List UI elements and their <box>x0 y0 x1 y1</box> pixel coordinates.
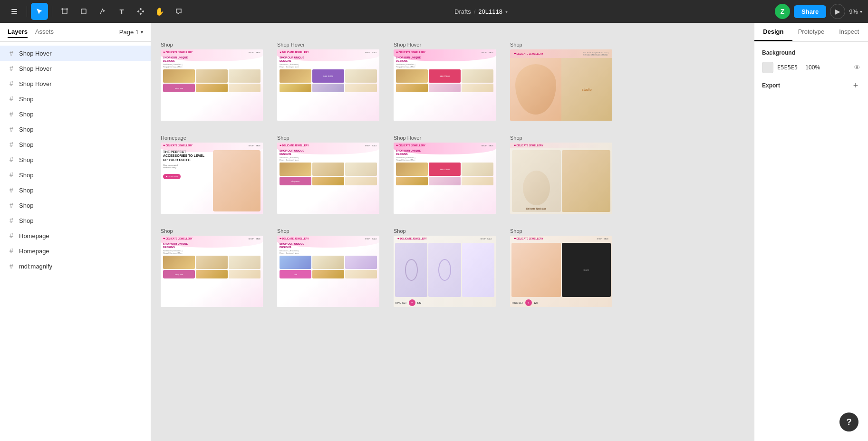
layer-item[interactable]: # Shop Hover <box>0 76 151 91</box>
frame-content[interactable]: ❤ DELICATE JEWELLERY NECKLACES | BRACELE… <box>510 49 612 121</box>
layer-item[interactable]: # Homepage <box>0 228 151 243</box>
layer-item[interactable]: # Shop <box>0 91 151 106</box>
layer-item[interactable]: # mdi:magnify <box>0 259 151 274</box>
frame-group[interactable]: Shop ❤ DELICATE JEWELLERY SHOPSALE Shop … <box>277 228 379 307</box>
frame-icon: # <box>8 186 15 194</box>
frame-label: Homepage <box>161 135 263 141</box>
select-tool-button[interactable] <box>31 3 48 20</box>
layer-item[interactable]: # Shop <box>0 213 151 228</box>
frame-icon: # <box>8 247 15 255</box>
layer-item[interactable]: # Shop Hover <box>0 61 151 76</box>
frame-content[interactable]: ❤ DELICATE JEWELLERY SHOPSALE Shop Our U… <box>394 143 496 214</box>
frame-content[interactable]: ❤ DELICATE JEWELLERY SHOPSALE Shop Our U… <box>277 236 379 307</box>
layer-item[interactable]: # Shop <box>0 198 151 213</box>
frame-group[interactable]: Shop Hover ❤ DELICATE JEWELLERY SHOPSALE… <box>394 135 496 214</box>
frame-group[interactable]: Shop ❤ DELICATE JEWELLERY Delicate Neckl… <box>510 135 612 214</box>
main-menu-button[interactable] <box>6 3 23 20</box>
frame-icon: # <box>8 95 15 103</box>
hand-tool-button[interactable]: ✋ <box>151 3 168 20</box>
frame-content[interactable]: ❤ DELICATE JEWELLERY SHOPSALE Shop Our U… <box>277 143 379 214</box>
frame-icon: # <box>8 125 15 133</box>
layer-item[interactable]: # Shop Hover <box>0 46 151 61</box>
background-opacity-value[interactable]: 100% <box>805 64 820 71</box>
frame-icon: # <box>8 171 15 179</box>
layer-item[interactable]: # Shop <box>0 106 151 122</box>
frame-group[interactable]: Shop ❤ DELICATE JEWELLERY SHOPSALE Shop … <box>161 42 263 121</box>
frame-icon: # <box>8 262 15 270</box>
frame-icon: # <box>8 217 15 224</box>
layer-item[interactable]: # Shop <box>0 137 151 152</box>
frame-group[interactable]: Shop Hover ❤ DELICATE JEWELLERY SHOPSALE… <box>394 42 496 121</box>
frame-content[interactable]: ❤ DELICATE JEWELLERY SHOPSALE Shop Our U… <box>161 49 263 121</box>
user-avatar[interactable]: Z <box>775 4 790 19</box>
visibility-toggle-icon[interactable]: 👁 <box>854 64 860 71</box>
frame-group[interactable]: Shop ❤ DELICATE JEWELLERY SHOPSALE RI <box>394 228 496 307</box>
add-export-button[interactable]: + <box>851 81 860 90</box>
frame-content[interactable]: ❤ DELICATE JEWELLERY Delicate Necklace <box>510 143 612 214</box>
comment-tool-button[interactable] <box>170 3 187 20</box>
layer-item[interactable]: # Homepage <box>0 243 151 259</box>
export-row: Export + <box>762 81 860 90</box>
background-hex-value[interactable]: E5E5E5 <box>777 64 798 71</box>
breadcrumb[interactable]: Drafts / 20L1118 ▾ <box>454 8 508 15</box>
help-button[interactable]: ? <box>839 412 858 431</box>
tab-design[interactable]: Design <box>754 23 792 41</box>
pen-tool-button[interactable] <box>94 3 111 20</box>
layer-name: Shop <box>19 187 33 194</box>
frame-content[interactable]: ❤ DELICATE JEWELLERY SHOPSALE RING SET ❤… <box>394 236 496 307</box>
layer-item[interactable]: # Shop <box>0 152 151 167</box>
toolbar-left: T ✋ <box>6 3 187 20</box>
frame-label: Shop <box>510 42 612 48</box>
svg-rect-11 <box>138 11 139 12</box>
text-tool-button[interactable]: T <box>113 3 130 20</box>
chevron-down-icon: ▾ <box>505 9 508 14</box>
frame-group[interactable]: Shop ❤ DELICATE JEWELLERY SHOPSALE Shop … <box>161 228 263 307</box>
layer-name: Shop <box>19 126 33 133</box>
frame-label: Shop Hover <box>277 42 379 48</box>
frame-group[interactable]: Homepage ❤ DELICATE JEWELLERY SHOPSALE T… <box>161 135 263 214</box>
layer-name: Shop <box>19 172 33 179</box>
layer-name: Homepage <box>19 248 49 255</box>
frame-label: Shop <box>510 135 612 141</box>
frame-content[interactable]: ❤ DELICATE JEWELLERY SHOPSALE Shop Our U… <box>394 49 496 121</box>
chevron-down-icon: ▾ <box>860 9 862 14</box>
svg-rect-10 <box>140 13 142 15</box>
shape-tool-button[interactable] <box>75 3 92 20</box>
chevron-down-icon: ▾ <box>141 29 143 35</box>
frames-container: Shop ❤ DELICATE JEWELLERY SHOPSALE Shop … <box>161 42 612 307</box>
left-panel: Layers Assets Page 1 ▾ # Shop Hover # Sh… <box>0 23 151 441</box>
frame-group[interactable]: Shop Hover ❤ DELICATE JEWELLERY SHOPSALE… <box>277 42 379 121</box>
frame-content[interactable]: ❤ DELICATE JEWELLERY SHOPSALE Shop Our U… <box>161 236 263 307</box>
tab-assets[interactable]: Assets <box>35 26 54 38</box>
frame-label: Shop Hover <box>394 42 496 48</box>
frame-content[interactable]: ❤ DELICATE JEWELLERY SHOPSALE black RING… <box>510 236 612 307</box>
svg-rect-0 <box>11 9 17 10</box>
frame-content[interactable]: ❤ DELICATE JEWELLERY SHOPSALE Shop Our U… <box>277 49 379 121</box>
background-color-swatch[interactable] <box>762 62 773 73</box>
breadcrumb-project: Drafts <box>454 8 471 15</box>
layer-name: Homepage <box>19 232 49 240</box>
share-button[interactable]: Share <box>794 5 826 18</box>
frame-label: Shop <box>161 228 263 234</box>
layer-item[interactable]: # Shop <box>0 167 151 182</box>
tab-inspect[interactable]: Inspect <box>830 23 868 41</box>
layer-name: Shop <box>19 156 33 163</box>
layer-item[interactable]: # Shop <box>0 122 151 137</box>
breadcrumb-separator: / <box>474 8 476 15</box>
frame-tool-button[interactable] <box>56 3 73 20</box>
frame-group[interactable]: Shop ❤ DELICATE JEWELLERY SHOPSALE black… <box>510 228 612 307</box>
component-tool-button[interactable] <box>132 3 149 20</box>
frame-content[interactable]: ❤ DELICATE JEWELLERY SHOPSALE The Perfec… <box>161 143 263 214</box>
zoom-control[interactable]: 9% ▾ <box>849 8 862 15</box>
layer-item[interactable]: # Shop <box>0 182 151 198</box>
layer-name: Shop <box>19 111 33 118</box>
tab-layers[interactable]: Layers <box>8 26 28 38</box>
frame-group[interactable]: Shop ❤ DELICATE JEWELLERY NECKLACES | BR… <box>510 42 612 121</box>
preview-button[interactable]: ▶ <box>830 4 845 19</box>
page-selector[interactable]: Page 1 ▾ <box>119 29 143 36</box>
tab-prototype[interactable]: Prototype <box>792 23 830 41</box>
frame-label: Shop Hover <box>394 135 496 141</box>
right-panel-tabs: Design Prototype Inspect <box>754 23 868 42</box>
canvas[interactable]: Shop ❤ DELICATE JEWELLERY SHOPSALE Shop … <box>151 23 754 441</box>
frame-group[interactable]: Shop ❤ DELICATE JEWELLERY SHOPSALE Shop … <box>277 135 379 214</box>
